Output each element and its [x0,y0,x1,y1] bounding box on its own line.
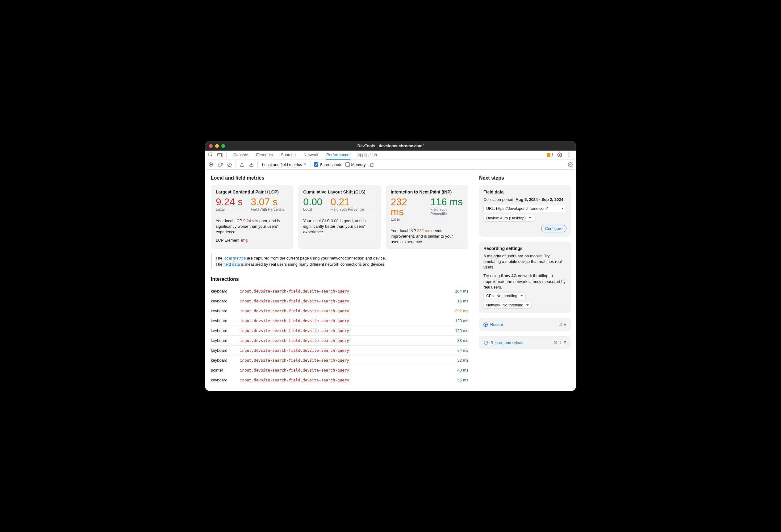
metric-field-label: Field 75th Percentile [430,207,463,216]
tab-application[interactable]: Application [357,150,378,160]
panel-tabs: ConsoleElementsSourcesNetworkPerformance… [233,150,544,160]
more-menu-icon[interactable] [566,152,572,158]
interaction-row[interactable]: keyboard input.devsite-search-field.devs… [211,355,468,365]
svg-rect-1 [218,154,221,156]
interaction-row[interactable]: keyboard input.devsite-search-field.devs… [211,336,468,346]
info-text: The [215,256,223,260]
interaction-row[interactable]: keyboard input.devsite-search-field.devs… [211,286,468,296]
interaction-time: 88 ms [457,338,468,343]
svg-point-3 [559,154,560,156]
tab-sources[interactable]: Sources [280,150,296,160]
chevron-down-icon [526,304,529,306]
metric-local-label: Local [216,207,243,212]
record-reload-label: Record and reload [491,340,524,345]
metric-title: Interaction to Next Paint (INP) [391,189,463,194]
info-line-2: The field data is measured by real users… [215,261,468,268]
lcp-element-tag[interactable]: img [241,238,248,242]
tab-console[interactable]: Console [233,150,249,160]
configure-button[interactable]: Configure [541,225,567,232]
interaction-row[interactable]: keyboard input.devsite-search-field.devs… [211,296,468,306]
interaction-type: keyboard [211,328,240,333]
interaction-target: input.devsite-search-field.devsite-searc… [240,318,455,323]
metric-local-value: 9.24 s [216,197,243,207]
interaction-row[interactable]: keyboard input.devsite-search-field.devs… [211,346,468,355]
devtools-window: DevTools - developer.chrome.com/ Console… [205,141,576,391]
metric-local-value: 232 ms [391,197,422,217]
interaction-time: 56 ms [457,378,468,382]
window-controls [205,144,225,148]
inspect-element-icon[interactable] [208,152,214,158]
screenshots-checkbox[interactable]: Screenshots [314,162,342,167]
chevron-down-icon [561,208,564,210]
local-metrics-link[interactable]: local metrics [223,256,246,260]
interaction-time: 104 ms [455,289,468,294]
memory-checkbox[interactable]: Memory [345,162,366,167]
metric-field-value: 116 ms [430,197,463,207]
tab-elements[interactable]: Elements [256,150,274,160]
record-icon[interactable] [208,162,214,168]
metric-field-label: Field 75th Percentile [331,207,364,212]
metric-title: Cumulative Layout Shift (CLS) [303,189,376,194]
interaction-target: input.devsite-search-field.devsite-searc… [240,378,457,382]
main-content: Local and field metrics Largest Contentf… [205,170,576,391]
tab-performance[interactable]: Performance [326,150,350,160]
svg-rect-13 [370,164,373,166]
record-reload-shortcut: ⌘ ⇧ E [553,341,567,345]
network-throttling-dropdown[interactable]: Network: No throttling [483,302,532,309]
mode-selector[interactable]: Local and field metrics [261,162,307,167]
garbage-collect-icon[interactable] [369,162,375,168]
interaction-row[interactable]: keyboard input.devsite-search-field.devs… [211,316,468,326]
metric-cards: Largest Contentful Paint (LCP) 9.24 s Lo… [211,185,468,249]
main-tabs-row: ConsoleElementsSourcesNetworkPerformance… [205,150,576,160]
lcp-element-row: LCP Elementimg [216,238,288,242]
recording-settings-p2: Try using Slow 4G network throttling to … [483,273,567,290]
collection-period-value: Aug 6, 2024 - Sep 2, 2024 [516,197,563,202]
settings-gear-icon[interactable] [557,152,563,158]
interaction-type: keyboard [211,348,240,353]
interaction-row[interactable]: pointer input.devsite-search-field.devsi… [211,365,468,375]
record-shortcut: ⌘ E [559,322,567,327]
recording-settings-panel: Recording settings A majority of users a… [479,241,571,313]
upload-icon[interactable] [239,162,245,168]
maximize-window-icon[interactable] [221,144,225,148]
interaction-target: input.devsite-search-field.devsite-searc… [240,368,457,372]
url-dropdown[interactable]: URL: https://developer.chrome.com/ [483,205,567,212]
info-text: The [215,262,223,267]
metric-local-value: 0.00 [303,197,322,207]
clear-icon[interactable] [226,162,233,168]
record-button[interactable]: Record [483,322,503,327]
interaction-row[interactable]: keyboard input.devsite-search-field.devs… [211,306,468,316]
collection-period-label: Collection period: [483,197,514,202]
device-toolbar-icon[interactable] [217,152,223,158]
local-field-metrics-heading: Local and field metrics [211,175,468,181]
interaction-type: keyboard [211,338,240,343]
cpu-throttling-dropdown[interactable]: CPU: No throttling [483,293,526,299]
tab-network[interactable]: Network [303,150,319,160]
svg-line-10 [228,163,231,166]
memory-checkbox-input[interactable] [345,162,350,167]
field-data-link[interactable]: field data [223,262,240,267]
close-window-icon[interactable] [209,144,213,148]
info-text: are captured from the current page using… [246,256,386,260]
reload-icon[interactable] [217,162,223,168]
record-dot-icon [483,322,488,327]
screenshots-checkbox-input[interactable] [314,162,318,167]
reload-icon [483,340,488,345]
minimize-window-icon[interactable] [215,144,219,148]
download-icon[interactable] [248,162,254,168]
interaction-type: keyboard [211,378,240,382]
interaction-row[interactable]: keyboard input.devsite-search-field.devs… [211,326,468,336]
capture-settings-gear-icon[interactable] [567,162,573,168]
interaction-target: input.devsite-search-field.devsite-searc… [240,338,457,343]
svg-rect-2 [222,153,223,157]
issues-count: 1 [551,153,553,157]
record-reload-button[interactable]: Record and reload [483,340,524,345]
recording-settings-title: Recording settings [483,246,567,251]
device-dropdown[interactable]: Device: Auto (Desktop) [483,215,534,222]
rs-bold: Slow 4G [501,273,517,278]
separator [311,162,311,167]
interaction-type: keyboard [211,299,240,303]
issues-badge[interactable]: 1 [547,153,553,157]
interaction-row[interactable]: keyboard input.devsite-search-field.devs… [211,375,468,385]
interactions-list: keyboard input.devsite-search-field.devs… [211,286,468,385]
